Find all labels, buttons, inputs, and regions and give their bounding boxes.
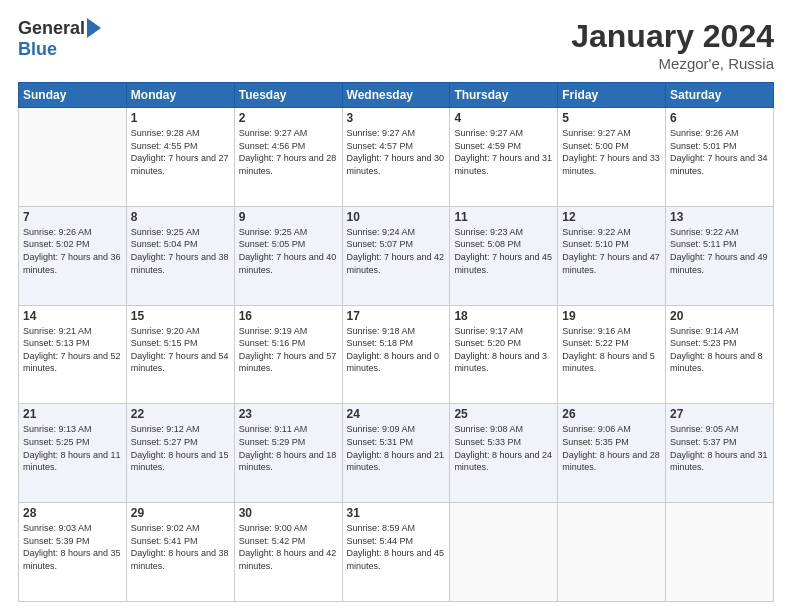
day-info: Sunrise: 9:27 AMSunset: 4:57 PMDaylight:… [347,127,446,177]
calendar-cell: 2Sunrise: 9:27 AMSunset: 4:56 PMDaylight… [234,108,342,207]
calendar-cell: 27Sunrise: 9:05 AMSunset: 5:37 PMDayligh… [666,404,774,503]
day-info: Sunrise: 9:03 AMSunset: 5:39 PMDaylight:… [23,522,122,572]
weekday-header: Thursday [450,83,558,108]
calendar-cell: 11Sunrise: 9:23 AMSunset: 5:08 PMDayligh… [450,206,558,305]
calendar-cell: 16Sunrise: 9:19 AMSunset: 5:16 PMDayligh… [234,305,342,404]
day-info: Sunrise: 9:17 AMSunset: 5:20 PMDaylight:… [454,325,553,375]
day-number: 20 [670,309,769,323]
title-section: January 2024 Mezgor'e, Russia [571,18,774,72]
weekday-header: Saturday [666,83,774,108]
day-number: 18 [454,309,553,323]
day-number: 11 [454,210,553,224]
day-number: 13 [670,210,769,224]
weekday-header: Monday [126,83,234,108]
day-number: 29 [131,506,230,520]
day-number: 12 [562,210,661,224]
day-info: Sunrise: 9:09 AMSunset: 5:31 PMDaylight:… [347,423,446,473]
day-number: 4 [454,111,553,125]
calendar-cell: 15Sunrise: 9:20 AMSunset: 5:15 PMDayligh… [126,305,234,404]
calendar-cell: 12Sunrise: 9:22 AMSunset: 5:10 PMDayligh… [558,206,666,305]
calendar-week-row: 21Sunrise: 9:13 AMSunset: 5:25 PMDayligh… [19,404,774,503]
logo-arrow-icon [87,18,101,38]
calendar-cell: 24Sunrise: 9:09 AMSunset: 5:31 PMDayligh… [342,404,450,503]
calendar-cell: 8Sunrise: 9:25 AMSunset: 5:04 PMDaylight… [126,206,234,305]
logo-blue: Blue [18,39,57,60]
weekday-header: Friday [558,83,666,108]
weekday-header: Sunday [19,83,127,108]
calendar-cell: 18Sunrise: 9:17 AMSunset: 5:20 PMDayligh… [450,305,558,404]
day-info: Sunrise: 9:26 AMSunset: 5:01 PMDaylight:… [670,127,769,177]
day-number: 27 [670,407,769,421]
calendar-cell: 30Sunrise: 9:00 AMSunset: 5:42 PMDayligh… [234,503,342,602]
day-info: Sunrise: 9:11 AMSunset: 5:29 PMDaylight:… [239,423,338,473]
day-info: Sunrise: 9:22 AMSunset: 5:10 PMDaylight:… [562,226,661,276]
day-number: 8 [131,210,230,224]
day-info: Sunrise: 9:28 AMSunset: 4:55 PMDaylight:… [131,127,230,177]
day-number: 19 [562,309,661,323]
day-number: 10 [347,210,446,224]
calendar-cell: 3Sunrise: 9:27 AMSunset: 4:57 PMDaylight… [342,108,450,207]
day-number: 16 [239,309,338,323]
calendar-cell: 4Sunrise: 9:27 AMSunset: 4:59 PMDaylight… [450,108,558,207]
day-info: Sunrise: 9:21 AMSunset: 5:13 PMDaylight:… [23,325,122,375]
location: Mezgor'e, Russia [571,55,774,72]
calendar-cell: 20Sunrise: 9:14 AMSunset: 5:23 PMDayligh… [666,305,774,404]
day-number: 26 [562,407,661,421]
day-number: 1 [131,111,230,125]
day-number: 17 [347,309,446,323]
day-info: Sunrise: 9:02 AMSunset: 5:41 PMDaylight:… [131,522,230,572]
day-info: Sunrise: 9:18 AMSunset: 5:18 PMDaylight:… [347,325,446,375]
calendar-cell: 22Sunrise: 9:12 AMSunset: 5:27 PMDayligh… [126,404,234,503]
calendar-cell: 10Sunrise: 9:24 AMSunset: 5:07 PMDayligh… [342,206,450,305]
weekday-header: Tuesday [234,83,342,108]
day-number: 15 [131,309,230,323]
calendar-week-row: 7Sunrise: 9:26 AMSunset: 5:02 PMDaylight… [19,206,774,305]
day-info: Sunrise: 9:16 AMSunset: 5:22 PMDaylight:… [562,325,661,375]
calendar-cell: 29Sunrise: 9:02 AMSunset: 5:41 PMDayligh… [126,503,234,602]
weekday-header-row: SundayMondayTuesdayWednesdayThursdayFrid… [19,83,774,108]
calendar-cell: 25Sunrise: 9:08 AMSunset: 5:33 PMDayligh… [450,404,558,503]
calendar-cell: 1Sunrise: 9:28 AMSunset: 4:55 PMDaylight… [126,108,234,207]
day-info: Sunrise: 9:25 AMSunset: 5:04 PMDaylight:… [131,226,230,276]
calendar-cell: 23Sunrise: 9:11 AMSunset: 5:29 PMDayligh… [234,404,342,503]
calendar-cell [666,503,774,602]
logo: General Blue [18,18,101,60]
day-info: Sunrise: 9:20 AMSunset: 5:15 PMDaylight:… [131,325,230,375]
calendar-cell: 7Sunrise: 9:26 AMSunset: 5:02 PMDaylight… [19,206,127,305]
calendar-cell: 13Sunrise: 9:22 AMSunset: 5:11 PMDayligh… [666,206,774,305]
day-number: 14 [23,309,122,323]
day-number: 25 [454,407,553,421]
calendar-cell: 9Sunrise: 9:25 AMSunset: 5:05 PMDaylight… [234,206,342,305]
day-info: Sunrise: 9:14 AMSunset: 5:23 PMDaylight:… [670,325,769,375]
day-number: 22 [131,407,230,421]
calendar-week-row: 1Sunrise: 9:28 AMSunset: 4:55 PMDaylight… [19,108,774,207]
calendar-week-row: 28Sunrise: 9:03 AMSunset: 5:39 PMDayligh… [19,503,774,602]
calendar-cell: 14Sunrise: 9:21 AMSunset: 5:13 PMDayligh… [19,305,127,404]
day-number: 31 [347,506,446,520]
month-title: January 2024 [571,18,774,55]
calendar-cell: 31Sunrise: 8:59 AMSunset: 5:44 PMDayligh… [342,503,450,602]
calendar-cell: 6Sunrise: 9:26 AMSunset: 5:01 PMDaylight… [666,108,774,207]
calendar-cell [558,503,666,602]
day-info: Sunrise: 9:00 AMSunset: 5:42 PMDaylight:… [239,522,338,572]
day-info: Sunrise: 9:27 AMSunset: 5:00 PMDaylight:… [562,127,661,177]
calendar-cell: 26Sunrise: 9:06 AMSunset: 5:35 PMDayligh… [558,404,666,503]
day-number: 24 [347,407,446,421]
calendar-cell: 21Sunrise: 9:13 AMSunset: 5:25 PMDayligh… [19,404,127,503]
calendar-cell: 5Sunrise: 9:27 AMSunset: 5:00 PMDaylight… [558,108,666,207]
header: General Blue January 2024 Mezgor'e, Russ… [18,18,774,72]
calendar-cell: 17Sunrise: 9:18 AMSunset: 5:18 PMDayligh… [342,305,450,404]
day-info: Sunrise: 9:22 AMSunset: 5:11 PMDaylight:… [670,226,769,276]
calendar-cell [19,108,127,207]
page: General Blue January 2024 Mezgor'e, Russ… [0,0,792,612]
day-number: 2 [239,111,338,125]
day-info: Sunrise: 9:05 AMSunset: 5:37 PMDaylight:… [670,423,769,473]
day-number: 6 [670,111,769,125]
calendar: SundayMondayTuesdayWednesdayThursdayFrid… [18,82,774,602]
day-info: Sunrise: 9:19 AMSunset: 5:16 PMDaylight:… [239,325,338,375]
calendar-cell [450,503,558,602]
day-info: Sunrise: 9:06 AMSunset: 5:35 PMDaylight:… [562,423,661,473]
day-info: Sunrise: 9:23 AMSunset: 5:08 PMDaylight:… [454,226,553,276]
day-info: Sunrise: 9:25 AMSunset: 5:05 PMDaylight:… [239,226,338,276]
day-number: 30 [239,506,338,520]
